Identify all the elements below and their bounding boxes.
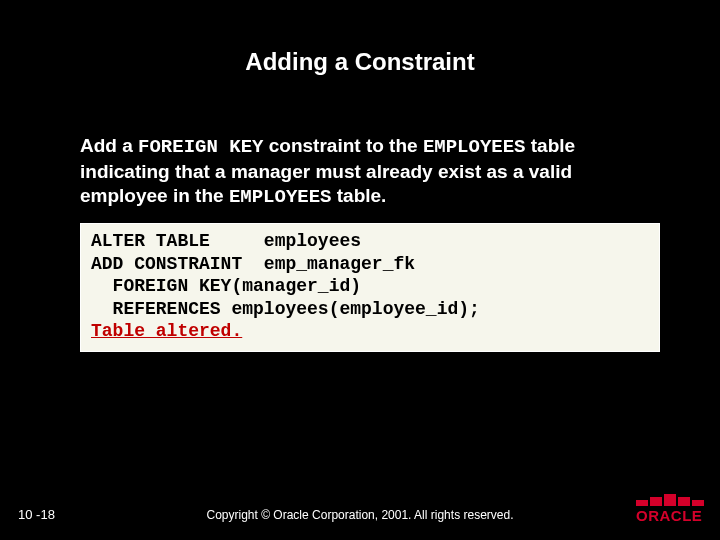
logo-bars-icon [636,494,704,506]
code-line: REFERENCES employees(employee_id); [91,299,480,319]
body-text: Add a [80,135,138,156]
code-line: ALTER TABLE employees [91,231,361,251]
slide-title: Adding a Constraint [0,0,720,76]
code-line: ADD CONSTRAINT emp_manager_fk [91,254,415,274]
body-mono-employees-1: EMPLOYEES [423,136,526,158]
sql-code-block: ALTER TABLE employees ADD CONSTRAINT emp… [80,223,660,352]
body-text: table. [332,185,387,206]
code-line: FOREIGN KEY(manager_id) [91,276,361,296]
page-number: 10 -18 [18,507,55,522]
oracle-logo: ORACLE [636,494,704,524]
body-text: constraint to the [263,135,422,156]
footer: 10 -18 Copyright © Oracle Corporation, 2… [0,508,720,522]
body-mono-foreign-key: FOREIGN KEY [138,136,263,158]
code-result: Table altered. [91,321,242,341]
logo-text: ORACLE [636,507,704,524]
body-mono-employees-2: EMPLOYEES [229,186,332,208]
slide-body: Add a FOREIGN KEY constraint to the EMPL… [0,76,720,223]
copyright: Copyright © Oracle Corporation, 2001. Al… [0,508,720,522]
